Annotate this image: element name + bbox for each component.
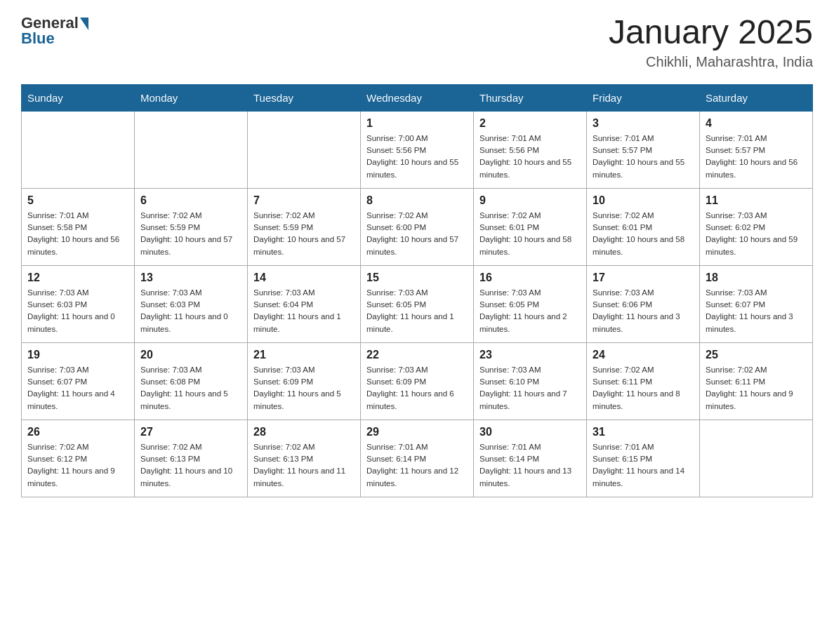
day-info: Sunrise: 7:01 AMSunset: 6:14 PMDaylight:… bbox=[366, 441, 468, 490]
day-info: Sunrise: 7:02 AMSunset: 6:12 PMDaylight:… bbox=[27, 441, 128, 490]
calendar-cell bbox=[135, 111, 248, 188]
calendar-cell bbox=[700, 420, 813, 497]
calendar-cell: 6Sunrise: 7:02 AMSunset: 5:59 PMDaylight… bbox=[135, 188, 248, 265]
calendar-cell: 3Sunrise: 7:01 AMSunset: 5:57 PMDaylight… bbox=[587, 111, 700, 188]
day-number: 15 bbox=[366, 271, 468, 284]
day-info: Sunrise: 7:03 AMSunset: 6:03 PMDaylight:… bbox=[27, 287, 128, 335]
day-number: 31 bbox=[593, 426, 694, 438]
day-number: 18 bbox=[706, 271, 807, 284]
day-info: Sunrise: 7:01 AMSunset: 5:57 PMDaylight:… bbox=[706, 133, 807, 181]
day-number: 6 bbox=[140, 194, 241, 207]
day-info: Sunrise: 7:02 AMSunset: 6:13 PMDaylight:… bbox=[253, 441, 355, 490]
calendar-cell bbox=[22, 111, 135, 188]
day-number: 22 bbox=[366, 349, 468, 361]
day-number: 17 bbox=[593, 271, 694, 284]
day-info: Sunrise: 7:03 AMSunset: 6:05 PMDaylight:… bbox=[479, 287, 581, 335]
calendar-cell: 1Sunrise: 7:00 AMSunset: 5:56 PMDaylight… bbox=[361, 111, 474, 188]
day-info: Sunrise: 7:03 AMSunset: 6:07 PMDaylight:… bbox=[706, 287, 807, 335]
calendar-cell: 23Sunrise: 7:03 AMSunset: 6:10 PMDayligh… bbox=[474, 342, 587, 420]
day-number: 23 bbox=[479, 349, 581, 361]
day-info: Sunrise: 7:00 AMSunset: 5:56 PMDaylight:… bbox=[366, 133, 468, 181]
calendar-cell: 26Sunrise: 7:02 AMSunset: 6:12 PMDayligh… bbox=[22, 420, 135, 497]
day-number: 2 bbox=[479, 117, 581, 130]
calendar-cell: 11Sunrise: 7:03 AMSunset: 6:02 PMDayligh… bbox=[700, 188, 813, 265]
day-info: Sunrise: 7:01 AMSunset: 5:57 PMDaylight:… bbox=[593, 133, 694, 181]
day-number: 30 bbox=[479, 426, 581, 438]
day-info: Sunrise: 7:03 AMSunset: 6:04 PMDaylight:… bbox=[253, 287, 355, 335]
day-info: Sunrise: 7:03 AMSunset: 6:10 PMDaylight:… bbox=[479, 364, 581, 412]
calendar-cell: 19Sunrise: 7:03 AMSunset: 6:07 PMDayligh… bbox=[22, 342, 135, 420]
calendar-cell: 17Sunrise: 7:03 AMSunset: 6:06 PMDayligh… bbox=[587, 265, 700, 342]
day-info: Sunrise: 7:03 AMSunset: 6:05 PMDaylight:… bbox=[366, 287, 468, 335]
day-number: 29 bbox=[366, 426, 468, 438]
calendar-cell: 10Sunrise: 7:02 AMSunset: 6:01 PMDayligh… bbox=[587, 188, 700, 265]
day-number: 14 bbox=[253, 271, 355, 284]
day-info: Sunrise: 7:01 AMSunset: 6:14 PMDaylight:… bbox=[479, 441, 581, 490]
calendar-cell: 5Sunrise: 7:01 AMSunset: 5:58 PMDaylight… bbox=[22, 188, 135, 265]
day-info: Sunrise: 7:02 AMSunset: 5:59 PMDaylight:… bbox=[253, 210, 355, 258]
day-number: 8 bbox=[366, 194, 468, 207]
day-info: Sunrise: 7:03 AMSunset: 6:07 PMDaylight:… bbox=[27, 364, 128, 412]
header-sunday: Sunday bbox=[22, 84, 135, 111]
logo: General Blue bbox=[21, 14, 88, 48]
calendar-cell: 22Sunrise: 7:03 AMSunset: 6:09 PMDayligh… bbox=[361, 342, 474, 420]
day-info: Sunrise: 7:03 AMSunset: 6:09 PMDaylight:… bbox=[366, 364, 468, 412]
calendar-cell: 7Sunrise: 7:02 AMSunset: 5:59 PMDaylight… bbox=[248, 188, 361, 265]
day-info: Sunrise: 7:02 AMSunset: 6:11 PMDaylight:… bbox=[593, 364, 694, 412]
page-header: General Blue January 2025 Chikhli, Mahar… bbox=[21, 14, 813, 70]
day-number: 20 bbox=[140, 349, 241, 361]
calendar-cell: 18Sunrise: 7:03 AMSunset: 6:07 PMDayligh… bbox=[700, 265, 813, 342]
day-info: Sunrise: 7:01 AMSunset: 5:58 PMDaylight:… bbox=[27, 210, 128, 258]
day-info: Sunrise: 7:01 AMSunset: 5:56 PMDaylight:… bbox=[479, 133, 581, 181]
header-monday: Monday bbox=[135, 84, 248, 111]
calendar-cell: 28Sunrise: 7:02 AMSunset: 6:13 PMDayligh… bbox=[248, 420, 361, 497]
day-number: 11 bbox=[706, 194, 807, 207]
calendar-week-row: 1Sunrise: 7:00 AMSunset: 5:56 PMDaylight… bbox=[22, 111, 813, 188]
header-saturday: Saturday bbox=[700, 84, 813, 111]
calendar-cell: 14Sunrise: 7:03 AMSunset: 6:04 PMDayligh… bbox=[248, 265, 361, 342]
day-info: Sunrise: 7:03 AMSunset: 6:02 PMDaylight:… bbox=[706, 210, 807, 258]
day-number: 24 bbox=[593, 349, 694, 361]
calendar-cell: 27Sunrise: 7:02 AMSunset: 6:13 PMDayligh… bbox=[135, 420, 248, 497]
day-number: 1 bbox=[366, 117, 468, 130]
day-info: Sunrise: 7:03 AMSunset: 6:03 PMDaylight:… bbox=[140, 287, 241, 335]
day-number: 27 bbox=[140, 426, 241, 438]
day-info: Sunrise: 7:02 AMSunset: 6:11 PMDaylight:… bbox=[706, 364, 807, 412]
day-info: Sunrise: 7:03 AMSunset: 6:06 PMDaylight:… bbox=[593, 287, 694, 335]
calendar-cell: 2Sunrise: 7:01 AMSunset: 5:56 PMDaylight… bbox=[474, 111, 587, 188]
day-info: Sunrise: 7:03 AMSunset: 6:09 PMDaylight:… bbox=[253, 364, 355, 412]
calendar-cell: 8Sunrise: 7:02 AMSunset: 6:00 PMDaylight… bbox=[361, 188, 474, 265]
calendar-cell: 15Sunrise: 7:03 AMSunset: 6:05 PMDayligh… bbox=[361, 265, 474, 342]
calendar-subtitle: Chikhli, Maharashtra, India bbox=[609, 54, 813, 70]
calendar-cell: 30Sunrise: 7:01 AMSunset: 6:14 PMDayligh… bbox=[474, 420, 587, 497]
day-number: 7 bbox=[253, 194, 355, 207]
calendar-cell: 13Sunrise: 7:03 AMSunset: 6:03 PMDayligh… bbox=[135, 265, 248, 342]
logo-arrow-icon bbox=[80, 18, 88, 30]
day-number: 12 bbox=[27, 271, 128, 284]
day-info: Sunrise: 7:01 AMSunset: 6:15 PMDaylight:… bbox=[593, 441, 694, 490]
calendar-week-row: 5Sunrise: 7:01 AMSunset: 5:58 PMDaylight… bbox=[22, 188, 813, 265]
day-number: 13 bbox=[140, 271, 241, 284]
calendar-header-row: SundayMondayTuesdayWednesdayThursdayFrid… bbox=[22, 84, 813, 111]
day-number: 3 bbox=[593, 117, 694, 130]
calendar-cell: 24Sunrise: 7:02 AMSunset: 6:11 PMDayligh… bbox=[587, 342, 700, 420]
calendar-cell bbox=[248, 111, 361, 188]
header-tuesday: Tuesday bbox=[248, 84, 361, 111]
title-section: January 2025 Chikhli, Maharashtra, India bbox=[609, 14, 813, 70]
calendar-cell: 4Sunrise: 7:01 AMSunset: 5:57 PMDaylight… bbox=[700, 111, 813, 188]
calendar-title: January 2025 bbox=[609, 14, 813, 51]
day-number: 19 bbox=[27, 349, 128, 361]
calendar-cell: 31Sunrise: 7:01 AMSunset: 6:15 PMDayligh… bbox=[587, 420, 700, 497]
day-number: 25 bbox=[706, 349, 807, 361]
day-number: 9 bbox=[479, 194, 581, 207]
calendar-week-row: 19Sunrise: 7:03 AMSunset: 6:07 PMDayligh… bbox=[22, 342, 813, 420]
day-info: Sunrise: 7:02 AMSunset: 6:00 PMDaylight:… bbox=[366, 210, 468, 258]
day-number: 16 bbox=[479, 271, 581, 284]
logo-blue-text: Blue bbox=[21, 29, 55, 48]
calendar-cell: 21Sunrise: 7:03 AMSunset: 6:09 PMDayligh… bbox=[248, 342, 361, 420]
day-info: Sunrise: 7:02 AMSunset: 5:59 PMDaylight:… bbox=[140, 210, 241, 258]
calendar-cell: 9Sunrise: 7:02 AMSunset: 6:01 PMDaylight… bbox=[474, 188, 587, 265]
day-info: Sunrise: 7:02 AMSunset: 6:13 PMDaylight:… bbox=[140, 441, 241, 490]
day-info: Sunrise: 7:02 AMSunset: 6:01 PMDaylight:… bbox=[593, 210, 694, 258]
calendar-cell: 25Sunrise: 7:02 AMSunset: 6:11 PMDayligh… bbox=[700, 342, 813, 420]
